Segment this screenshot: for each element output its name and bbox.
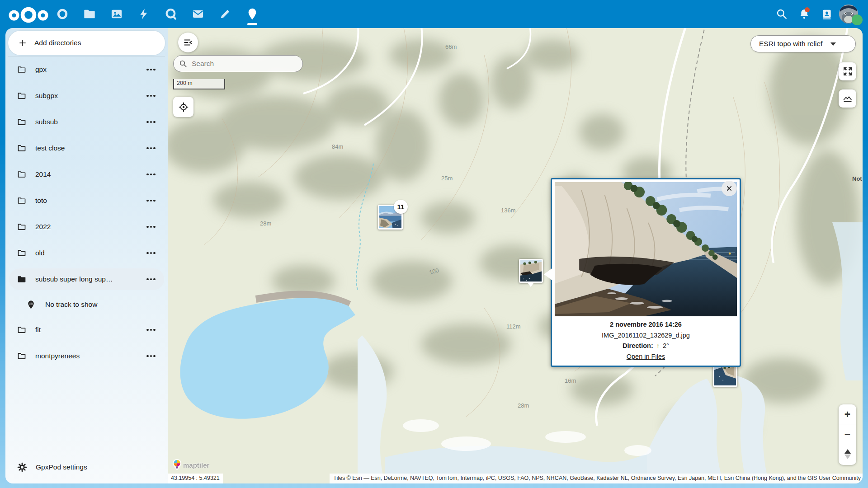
collapse-sidebar-button[interactable] <box>178 33 198 52</box>
folder-icon <box>17 249 26 258</box>
direction-label: Direction: <box>623 342 653 349</box>
search-icon <box>776 8 788 20</box>
folder-icon <box>17 352 26 361</box>
search-icon <box>179 60 187 68</box>
app-icon-dashboard[interactable] <box>51 0 74 28</box>
talk-icon <box>165 8 177 20</box>
directory-label: 2022 <box>35 223 51 231</box>
sidebar-item-subgpx[interactable]: subgpx <box>9 85 164 107</box>
folder-icon <box>17 91 26 100</box>
popup-close-button[interactable] <box>722 181 737 196</box>
sidebar-item-gpx[interactable]: gpx <box>9 59 164 80</box>
sidebar-item-montpyrenees[interactable]: montpyrenees <box>9 345 164 367</box>
directory-menu-button[interactable] <box>144 170 158 179</box>
sidebar-item-test-close[interactable]: test close <box>9 137 164 159</box>
search-input[interactable] <box>192 60 296 68</box>
app-icon-talk[interactable] <box>160 0 182 28</box>
app-icon-mail[interactable] <box>187 0 209 28</box>
pencil-icon <box>219 8 231 20</box>
folder-filled-icon <box>17 275 26 284</box>
active-app-indicator <box>247 23 257 25</box>
folder-icon <box>17 65 26 74</box>
locate-me-button[interactable] <box>173 97 193 117</box>
elevation-label: 28m <box>260 220 271 227</box>
directory-label: old <box>35 249 45 257</box>
top-header <box>0 0 868 28</box>
popup-photo-image <box>555 182 737 316</box>
directory-label: fit <box>35 326 41 334</box>
chevron-down-icon <box>830 42 836 46</box>
account-menu[interactable] <box>838 0 868 28</box>
nextcloud-logo-icon <box>8 4 49 24</box>
sidebar-item-2014[interactable]: 2014 <box>9 164 164 185</box>
directory-menu-button[interactable] <box>144 144 158 153</box>
elevation-label: 28m <box>518 402 529 409</box>
marker-pointer <box>527 282 535 287</box>
directory-menu-button[interactable] <box>144 196 158 205</box>
directory-menu-button[interactable] <box>144 91 158 100</box>
sidebar-item-subsub[interactable]: subsub <box>9 111 164 133</box>
gpxpod-settings-button[interactable]: GpxPod settings <box>9 456 164 478</box>
layer-selector[interactable]: ESRI topo with relief <box>750 35 856 52</box>
app-icon-files[interactable] <box>78 0 101 28</box>
gear-icon <box>17 462 27 472</box>
directory-menu-button[interactable] <box>144 117 158 127</box>
zoom-control: + − <box>839 404 856 465</box>
place-label: Not <box>852 175 862 182</box>
photo-date: 2 novembre 2016 14:26 <box>552 319 740 330</box>
directory-menu-button[interactable] <box>144 222 158 231</box>
triangle-up-icon <box>844 449 851 454</box>
content-frame: Add directories gpx subgpx subsub test c <box>5 28 863 483</box>
folder-icon <box>17 117 26 127</box>
add-directories-label: Add directories <box>34 39 81 47</box>
sidebar-item-old[interactable]: old <box>9 242 164 264</box>
app-icon-photos[interactable] <box>105 0 128 28</box>
zoom-out-button[interactable]: − <box>839 424 856 444</box>
cluster-count-badge: 11 <box>394 200 408 214</box>
directory-menu-button[interactable] <box>144 249 158 258</box>
popup-photo[interactable] <box>555 182 737 316</box>
direction-value: 2° <box>663 342 669 349</box>
layer-selector-value: ESRI topo with relief <box>759 40 822 48</box>
app-icon-notes[interactable] <box>214 0 236 28</box>
directory-menu-button[interactable] <box>144 275 158 284</box>
fullscreen-button[interactable] <box>839 62 856 80</box>
header-search-button[interactable] <box>770 0 793 28</box>
image-icon <box>110 8 123 20</box>
notifications-button[interactable] <box>793 0 816 28</box>
open-in-files-link[interactable]: Open in Files <box>627 353 665 360</box>
maptiler-pin-icon <box>172 459 182 471</box>
contacts-button[interactable] <box>816 0 838 28</box>
map-canvas[interactable]: 66m 84m 25m 136m 28m 100 112m 16m 28m No… <box>168 28 863 483</box>
sidebar-item-fit[interactable]: fit <box>9 319 164 341</box>
sidebar-item-toto[interactable]: toto <box>9 190 164 211</box>
maptiler-logo[interactable]: maptiler <box>172 459 209 471</box>
sidebar-item-subsub-super-long-selected[interactable]: subsub super long sup… <box>9 268 164 290</box>
zoom-in-button[interactable]: + <box>839 404 856 424</box>
app-icon-gpxpod-active[interactable] <box>241 0 264 28</box>
popup-tip <box>544 268 552 280</box>
app-icon-activity[interactable] <box>132 0 155 28</box>
direction-arrow-icon: ↑ <box>656 341 660 352</box>
elevation-label: 16m <box>565 377 576 384</box>
photo-marker-selected[interactable] <box>519 259 543 283</box>
directory-label: test close <box>35 144 65 152</box>
photo-cluster-marker[interactable]: 11 <box>378 205 403 230</box>
sidebar-item-2022[interactable]: 2022 <box>9 216 164 238</box>
elevation-profile-button[interactable] <box>839 89 856 108</box>
add-directories-button[interactable]: Add directories <box>8 31 165 55</box>
folder-icon <box>83 8 96 20</box>
directory-menu-button[interactable] <box>144 352 158 361</box>
crosshair-icon <box>178 102 189 113</box>
directory-menu-button[interactable] <box>144 325 158 334</box>
expand-icon <box>842 66 853 77</box>
directory-label: montpyrenees <box>35 352 80 360</box>
folder-icon <box>17 196 26 205</box>
elevation-label: 136m <box>501 207 516 214</box>
app-menu <box>51 0 268 28</box>
map-attribution: Tiles © Esri — Esri, DeLorme, NAVTEQ, To… <box>330 474 863 483</box>
pitch-toggle-button[interactable] <box>839 444 856 464</box>
directory-label: subgpx <box>35 92 58 100</box>
directory-menu-button[interactable] <box>144 65 158 74</box>
nextcloud-logo[interactable] <box>8 4 49 24</box>
